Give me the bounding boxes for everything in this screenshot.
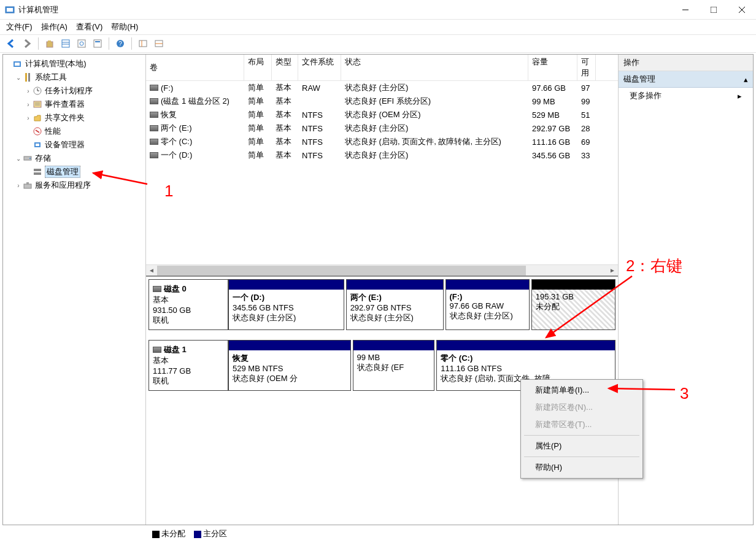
tree-services[interactable]: ›服务和应用程序 xyxy=(4,179,144,192)
svg-rect-23 xyxy=(25,73,27,82)
svg-rect-8 xyxy=(62,40,69,47)
svg-rect-38 xyxy=(34,172,41,175)
header-free[interactable]: 可用 xyxy=(577,55,596,80)
menu-help[interactable]: 帮助(H) xyxy=(111,21,138,33)
menu-new-stripe-volume: 新建带区卷(T)... xyxy=(523,416,641,433)
svg-rect-24 xyxy=(28,73,30,82)
tree-systools[interactable]: ⌄系统工具 xyxy=(4,71,144,84)
tree-scheduler[interactable]: ›任务计划程序 xyxy=(4,84,144,98)
partition-efi[interactable]: 99 MB状态良好 (EF xyxy=(353,340,435,391)
svg-rect-28 xyxy=(34,101,41,107)
svg-point-12 xyxy=(80,42,83,45)
disk-icon xyxy=(153,286,161,292)
header-fs[interactable]: 文件系统 xyxy=(298,55,341,80)
menu-view[interactable]: 查看(V) xyxy=(76,21,102,33)
tree-diskmgmt[interactable]: ›磁盘管理 xyxy=(4,165,144,179)
table-row[interactable]: (磁盘 1 磁盘分区 2)简单基本状态良好 (EFI 系统分区)99 MB99 xyxy=(146,94,618,108)
svg-rect-22 xyxy=(15,63,20,66)
disk-row-0: 磁盘 0 基本 931.50 GB 联机 一个 (D:)345.56 GB NT… xyxy=(148,279,615,330)
help-icon[interactable]: ? xyxy=(113,36,128,51)
svg-rect-40 xyxy=(26,182,29,185)
tree-devmgr[interactable]: ›设备管理器 xyxy=(4,138,144,152)
header-status[interactable]: 状态 xyxy=(341,55,528,80)
table-row[interactable]: 一个 (D:)简单基本NTFS状态良好 (主分区)345.56 GB33 xyxy=(146,148,618,162)
partition-e[interactable]: 两个 (E:)292.97 GB NTFS状态良好 (主分区) xyxy=(346,279,444,330)
props-icon[interactable] xyxy=(90,36,105,51)
toolbar: ? xyxy=(0,34,756,53)
volume-icon xyxy=(150,85,158,91)
actions-section[interactable]: 磁盘管理▴ xyxy=(619,71,753,88)
table-row[interactable]: 零个 (C:)简单基本NTFS状态良好 (启动, 页面文件, 故障转储, 主分区… xyxy=(146,135,618,148)
titlebar: 计算机管理 xyxy=(0,0,756,20)
tree-eventviewer[interactable]: ›事件查看器 xyxy=(4,98,144,111)
header-volume[interactable]: 卷 xyxy=(146,55,244,80)
view2-icon[interactable] xyxy=(136,36,150,51)
scroll-left-icon[interactable]: ◄ xyxy=(146,266,157,275)
table-row[interactable]: 恢复简单基本NTFS状态良好 (OEM 分区)529 MB51 xyxy=(146,108,618,121)
refresh-icon[interactable] xyxy=(74,36,89,51)
volume-icon xyxy=(150,139,158,145)
tree-panel: ▸计算机管理(本地) ⌄系统工具 ›任务计划程序 ›事件查看器 ›共享文件夹 ›… xyxy=(3,55,146,525)
partition-d[interactable]: 一个 (D:)345.56 GB NTFS状态良好 (主分区) xyxy=(228,279,344,330)
disk-icon xyxy=(153,347,161,353)
legend: 未分配 主分区 xyxy=(152,528,227,539)
header-capacity[interactable]: 容量 xyxy=(528,55,577,80)
menu-help[interactable]: 帮助(H) xyxy=(523,459,641,476)
tree-perf[interactable]: ›性能 xyxy=(4,125,144,138)
svg-rect-39 xyxy=(24,184,31,188)
svg-rect-7 xyxy=(48,40,51,42)
svg-rect-1 xyxy=(7,8,13,12)
context-menu: 新建简单卷(I)... 新建跨区卷(N)... 新建带区卷(T)... 属性(P… xyxy=(520,379,643,479)
menu-new-simple-volume[interactable]: 新建简单卷(I)... xyxy=(523,382,641,399)
menu-properties[interactable]: 属性(P) xyxy=(523,437,641,455)
menu-new-span-volume: 新建跨区卷(N)... xyxy=(523,399,641,416)
svg-rect-34 xyxy=(36,144,39,146)
menu-file[interactable]: 文件(F) xyxy=(6,21,33,33)
tree-shared[interactable]: ›共享文件夹 xyxy=(4,111,144,125)
actions-header: 操作 xyxy=(619,55,753,71)
svg-rect-13 xyxy=(94,40,101,47)
volume-icon xyxy=(150,125,158,131)
svg-rect-3 xyxy=(711,7,717,13)
table-body: (F:)简单基本RAW状态良好 (主分区)97.66 GB97(磁盘 1 磁盘分… xyxy=(146,81,618,173)
actions-more[interactable]: 更多操作▸ xyxy=(619,88,753,104)
maximize-button[interactable] xyxy=(700,0,728,20)
legend-primary: 主分区 xyxy=(203,529,227,538)
tree-root[interactable]: ▸计算机管理(本地) xyxy=(4,57,144,71)
partition-unallocated[interactable]: 195.31 GB未分配 xyxy=(531,279,615,330)
minimize-button[interactable] xyxy=(671,0,700,20)
view-icon[interactable] xyxy=(58,36,73,51)
volume-icon xyxy=(150,152,158,158)
partition-f[interactable]: (F:)97.66 GB RAW状态良好 (主分区) xyxy=(446,279,530,330)
table-row[interactable]: 两个 (E:)简单基本NTFS状态良好 (主分区)292.97 GB28 xyxy=(146,121,618,135)
table-row[interactable]: (F:)简单基本RAW状态良好 (主分区)97.66 GB97 xyxy=(146,81,618,94)
svg-rect-11 xyxy=(78,40,85,47)
header-layout[interactable]: 布局 xyxy=(244,55,272,80)
horizontal-scrollbar[interactable]: ◄ ► xyxy=(146,264,618,275)
collapse-icon: ▴ xyxy=(744,75,748,84)
up-button[interactable] xyxy=(42,36,57,51)
legend-unalloc: 未分配 xyxy=(161,529,185,538)
volume-icon xyxy=(150,112,158,118)
svg-rect-17 xyxy=(139,40,147,47)
back-button[interactable] xyxy=(4,36,18,51)
header-type[interactable]: 类型 xyxy=(272,55,298,80)
forward-button[interactable] xyxy=(20,36,34,51)
svg-rect-6 xyxy=(47,42,53,47)
scroll-right-icon[interactable]: ► xyxy=(607,266,618,275)
menubar: 文件(F) 操作(A) 查看(V) 帮助(H) xyxy=(0,20,756,34)
volume-table: 卷 布局 类型 文件系统 状态 容量 可用 (F:)简单基本RAW状态良好 (主… xyxy=(146,55,618,275)
disk1-info[interactable]: 磁盘 1 基本 111.77 GB 联机 xyxy=(148,340,228,391)
partition-recovery[interactable]: 恢复529 MB NTFS状态良好 (OEM 分 xyxy=(228,340,351,391)
svg-point-36 xyxy=(29,158,31,159)
svg-text:?: ? xyxy=(118,40,122,47)
disk0-info[interactable]: 磁盘 0 基本 931.50 GB 联机 xyxy=(148,279,228,330)
tree-storage[interactable]: ⌄存储 xyxy=(4,152,144,165)
volume-icon xyxy=(150,98,158,104)
expand-icon: ▸ xyxy=(738,91,742,101)
window-controls xyxy=(671,0,756,20)
menu-action[interactable]: 操作(A) xyxy=(41,21,68,33)
window-title: 计算机管理 xyxy=(18,4,58,15)
close-button[interactable] xyxy=(728,0,756,20)
view3-icon[interactable] xyxy=(152,36,166,51)
